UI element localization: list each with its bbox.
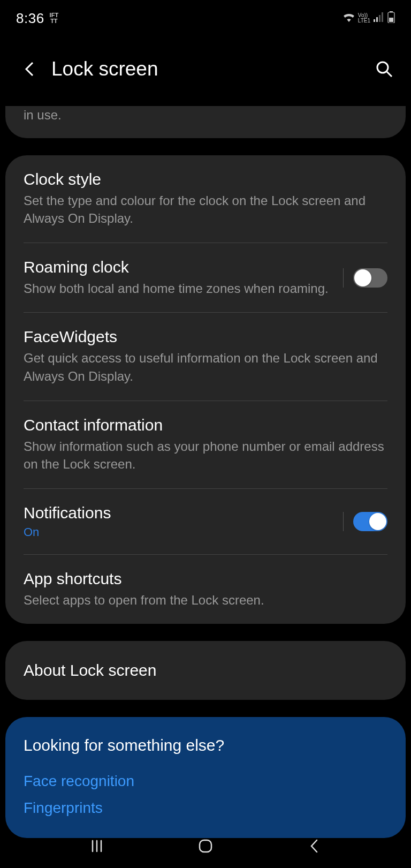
roaming-clock-toggle[interactable] — [353, 268, 387, 288]
about-title: About Lock screen — [24, 661, 387, 680]
clock-style-row[interactable]: Clock style Set the type and colour for … — [5, 155, 406, 243]
navigation-bar — [0, 824, 411, 868]
contact-info-row[interactable]: Contact information Show information suc… — [5, 401, 406, 488]
toggle-separator — [343, 512, 344, 531]
svg-rect-6 — [389, 18, 393, 22]
setting-text: Clock style Set the type and colour for … — [24, 170, 387, 228]
status-right: Vo)) LTE1 — [343, 11, 395, 25]
about-row[interactable]: About Lock screen — [5, 641, 406, 700]
about-card: About Lock screen — [5, 641, 406, 700]
roaming-clock-row[interactable]: Roaming clock Show both local and home t… — [5, 243, 406, 313]
help-title: Looking for something else? — [24, 736, 387, 754]
face-widgets-title: FaceWidgets — [24, 328, 387, 346]
help-card: Looking for something else? Face recogni… — [5, 717, 406, 838]
volte-bottom: LTE1 — [358, 18, 370, 24]
roaming-clock-desc: Show both local and home time zones when… — [24, 280, 332, 298]
app-shortcuts-title: App shortcuts — [24, 570, 387, 588]
signal-icon — [374, 12, 384, 24]
contact-info-title: Contact information — [24, 416, 387, 434]
app-shortcuts-row[interactable]: App shortcuts Select apps to open from t… — [5, 555, 406, 624]
help-link-fingerprints[interactable]: Fingerprints — [24, 799, 387, 817]
help-link-face-recognition[interactable]: Face recognition — [24, 773, 387, 790]
notifications-toggle[interactable] — [353, 512, 387, 531]
toggle-separator — [343, 268, 344, 288]
status-left: 8:36 IFT TT — [16, 10, 58, 27]
wifi-icon — [343, 12, 355, 24]
back-button[interactable] — [21, 61, 37, 77]
settings-card: Clock style Set the type and colour for … — [5, 155, 406, 624]
svg-point-7 — [377, 62, 388, 73]
clock-style-title: Clock style — [24, 170, 387, 188]
ift-icon: IFT TT — [50, 12, 59, 24]
truncated-text: in use. — [24, 106, 387, 124]
nav-recents-button[interactable] — [85, 834, 109, 858]
status-time: 8:36 — [16, 10, 44, 27]
contact-info-desc: Show information such as your phone numb… — [24, 437, 387, 473]
app-shortcuts-desc: Select apps to open from the Lock screen… — [24, 591, 387, 609]
truncated-card[interactable]: in use. — [5, 106, 406, 138]
battery-icon — [387, 11, 395, 25]
app-header: Lock screen — [0, 36, 411, 106]
notifications-row[interactable]: Notifications On — [5, 489, 406, 554]
clock-style-desc: Set the type and colour for the clock on… — [24, 192, 387, 228]
svg-rect-2 — [379, 15, 380, 22]
face-widgets-desc: Get quick access to useful information o… — [24, 349, 387, 385]
notifications-title: Notifications — [24, 504, 332, 522]
face-widgets-row[interactable]: FaceWidgets Get quick access to useful i… — [5, 313, 406, 400]
svg-rect-12 — [200, 840, 211, 852]
setting-text: Contact information Show information suc… — [24, 416, 387, 473]
page-title: Lock screen — [51, 58, 360, 80]
nav-back-button[interactable] — [302, 834, 326, 858]
search-button[interactable] — [374, 58, 395, 80]
setting-text: About Lock screen — [24, 661, 387, 680]
toggle-knob — [354, 269, 371, 286]
setting-text: Roaming clock Show both local and home t… — [24, 258, 332, 298]
svg-rect-1 — [376, 17, 378, 22]
notifications-status: On — [24, 525, 332, 539]
svg-rect-0 — [374, 19, 375, 22]
svg-rect-3 — [382, 12, 383, 22]
setting-text: Notifications On — [24, 504, 332, 539]
setting-text: App shortcuts Select apps to open from t… — [24, 570, 387, 609]
toggle-column — [343, 512, 387, 531]
content: in use. Clock style Set the type and col… — [0, 106, 411, 838]
setting-text: FaceWidgets Get quick access to useful i… — [24, 328, 387, 385]
nav-home-button[interactable] — [193, 834, 218, 858]
toggle-column — [343, 268, 387, 288]
svg-line-8 — [387, 72, 392, 77]
roaming-clock-title: Roaming clock — [24, 258, 332, 276]
toggle-knob — [369, 513, 386, 530]
ift-bottom: TT — [50, 18, 57, 24]
volte-icon: Vo)) LTE1 — [358, 13, 370, 24]
status-bar: 8:36 IFT TT Vo)) LTE1 — [0, 0, 411, 36]
